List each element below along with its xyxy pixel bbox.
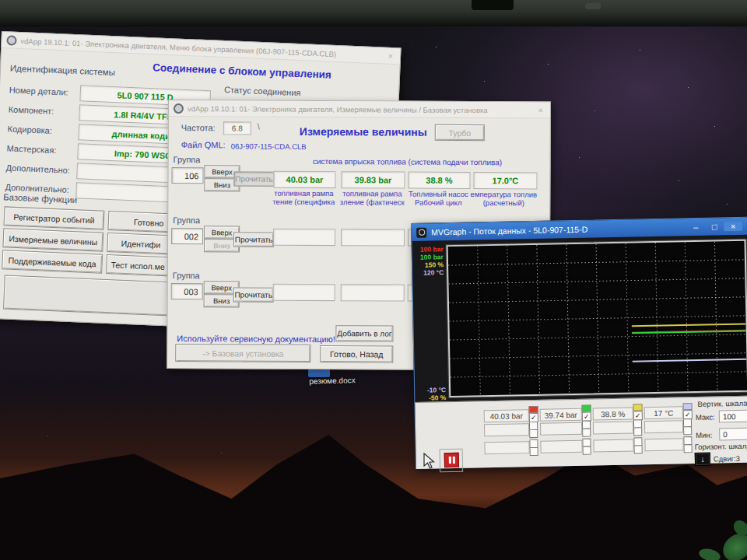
empty-readout xyxy=(484,423,529,436)
scale-label: 100 bar xyxy=(416,245,444,254)
close-icon[interactable]: × xyxy=(535,105,545,114)
empty-value-field xyxy=(341,229,405,246)
field-label: Номер детали: xyxy=(9,85,68,96)
group-number-input[interactable]: 106 xyxy=(171,167,203,184)
vdapp-logo-icon xyxy=(6,35,17,46)
value-field-3: 38.8 % xyxy=(408,172,470,189)
group-number-input[interactable]: 002 xyxy=(171,228,203,244)
photographed-screen: резюме.docx vdApp 19.10.1: 01- Электрони… xyxy=(0,0,747,560)
readout-value: 40.03 bar xyxy=(484,409,529,422)
empty-value-field xyxy=(273,229,335,246)
value-caption-2: топливная рампа зление (фактическ xyxy=(339,189,405,206)
pause-button[interactable] xyxy=(444,453,459,467)
file-label: Файл QML: xyxy=(181,140,226,149)
empty-readout xyxy=(644,438,683,451)
value-caption-1: топливная рампа тение (специфика xyxy=(271,189,336,206)
trace-checkbox[interactable] xyxy=(582,429,591,437)
max-label: Макс: xyxy=(696,413,715,422)
readout-value: 17 °C xyxy=(644,406,683,419)
maximize-icon[interactable]: □ xyxy=(705,222,724,231)
field-label: Компонент: xyxy=(9,104,54,115)
group-header: система впрыска топлива (система подачи … xyxy=(279,157,536,167)
group-label: Группа xyxy=(174,155,201,164)
file-value: 06J-907-115-CDA.CLB xyxy=(231,142,307,151)
trace-checkbox[interactable] xyxy=(634,445,643,453)
close-icon[interactable]: × xyxy=(724,222,742,231)
win2-title: vdApp 19.10.1: 01- Электроника двигателя… xyxy=(188,104,536,114)
add-to-log-button[interactable]: Добавить в лог xyxy=(335,325,393,341)
scale-labels-top: 100 bar 100 bar 150 % 120 °C xyxy=(416,245,444,277)
scale-label: 100 bar xyxy=(416,253,444,261)
field-label: Кодировка: xyxy=(8,124,53,135)
connection-heading: Соединение с блоком управления xyxy=(133,61,351,82)
value-field-2: 39.83 bar xyxy=(341,171,405,188)
empty-readout xyxy=(484,441,529,454)
trace-color-swatch xyxy=(683,403,693,410)
empty-readout xyxy=(540,422,582,436)
scale-label: -10 °C xyxy=(418,386,446,394)
trace-checkbox[interactable] xyxy=(633,427,642,436)
basic-functions-label: Базовые функции xyxy=(3,192,78,205)
scale-label: 150 % xyxy=(416,261,444,269)
trace-checkbox[interactable] xyxy=(583,446,591,455)
readout-value: 38.8 % xyxy=(593,408,633,421)
read-button[interactable]: Прочитать xyxy=(233,232,274,247)
event-log-button[interactable]: Регистратор событий xyxy=(4,206,105,229)
read-button[interactable]: Прочитать xyxy=(233,171,274,186)
minimize-icon[interactable]: – xyxy=(686,222,705,232)
empty-readout xyxy=(593,439,633,453)
measured-values-heading: Измеряемые величины xyxy=(286,125,441,138)
win2-titlebar[interactable]: vdApp 19.10.1: 01- Электроника двигателя… xyxy=(169,100,550,119)
value-caption-3: Топливный насос Рабочий цикл xyxy=(406,190,470,207)
trace-checkbox[interactable] xyxy=(529,429,538,438)
mvgraph-control-panel: 40.03 bar ✓ 39.74 bar ✓ 38.8 % ✓ 17 °C ✓ xyxy=(415,396,747,469)
frequency-label: Частота: xyxy=(181,123,216,132)
scale-label: 120 °C xyxy=(416,268,444,277)
empty-readout xyxy=(593,422,633,435)
frequency-value: 6.8 xyxy=(223,121,251,135)
max-input[interactable]: 100 xyxy=(719,410,747,423)
supported-codes-button[interactable]: Поддерживаемые кода xyxy=(2,250,103,273)
trace-color-swatch xyxy=(582,405,591,412)
connection-status-label: Статус соединения xyxy=(224,85,301,97)
read-button[interactable]: Прочитать xyxy=(233,287,274,302)
mvgraph-title: MVGraph - Поток данных - 5L0-907-115-D xyxy=(431,222,686,236)
trace-checkbox[interactable] xyxy=(530,447,538,456)
shift-label: Сдвиг:3 xyxy=(714,454,740,464)
shift-down-arrow-button[interactable]: ↓ xyxy=(695,453,710,466)
group-number-input[interactable]: 003 xyxy=(171,283,203,299)
trace-color-swatch xyxy=(529,406,538,413)
data-stream-plot xyxy=(447,240,747,397)
value-field-1: 40.03 bar xyxy=(273,171,335,188)
min-label: Мин: xyxy=(696,431,712,439)
field-label: Мастерская: xyxy=(6,143,56,155)
scale-label: -50 % xyxy=(418,394,446,402)
measured-values-button[interactable]: Измеряемые величины xyxy=(2,228,103,251)
freq-tick-icon: \ xyxy=(258,122,260,131)
done-back-button[interactable]: Готово, Назад xyxy=(320,345,393,362)
bezel-notch xyxy=(472,0,514,10)
window-mvgraph: MVGraph - Поток данных - 5L0-907-115-D –… xyxy=(411,217,747,469)
system-identification-label: Идентификация системы xyxy=(10,64,115,78)
empty-value-field xyxy=(273,284,335,301)
mouse-cursor xyxy=(423,453,436,470)
service-doc-hint: Используйте сервисную документацию! xyxy=(177,334,335,344)
trace-color-swatch xyxy=(633,404,643,411)
trace-checkbox[interactable] xyxy=(684,444,693,453)
vertical-scale-label: Вертик. шкала xyxy=(697,399,747,408)
min-input[interactable]: 0 xyxy=(719,428,747,441)
turbo-button[interactable]: Турбо xyxy=(435,124,485,141)
scale-labels-bottom: -10 °C -50 % xyxy=(418,386,446,402)
group-label: Группа xyxy=(173,271,200,280)
basic-settings-button[interactable]: -> Базовая установка xyxy=(175,344,310,362)
monitor-bezel xyxy=(0,0,747,26)
empty-readout xyxy=(540,440,582,453)
readout-value: 39.74 bar xyxy=(540,408,582,422)
vdapp-logo-icon xyxy=(174,103,184,114)
field-label: Дополнительно: xyxy=(5,163,70,174)
trace-checkbox[interactable] xyxy=(683,426,692,435)
value-caption-4: емпература топлив (расчетный) xyxy=(470,190,537,207)
horizontal-scale-label: Горизонт. шкала xyxy=(694,442,747,451)
mvgraph-logo-icon xyxy=(416,227,426,237)
close-icon[interactable]: × xyxy=(385,51,395,61)
